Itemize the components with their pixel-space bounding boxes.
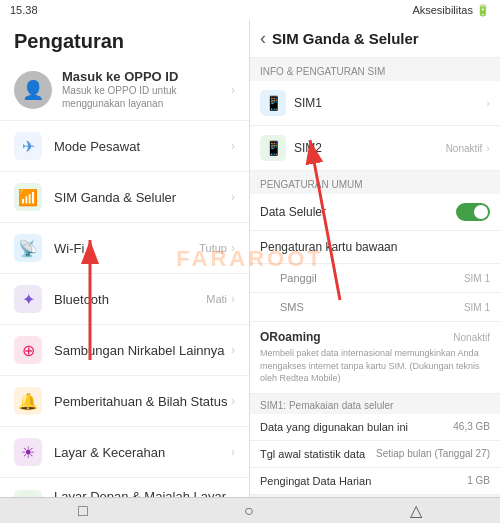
chevron-bluetooth: › xyxy=(231,292,235,306)
sim1-data-header: SIM1: Pemakaian data seluler xyxy=(250,394,500,414)
data-reminder-item[interactable]: Pengingat Data Harian 1 GB xyxy=(250,468,500,495)
panggil-value: SIM 1 xyxy=(464,273,490,284)
chevron-airplane: › xyxy=(231,139,235,153)
status-right: Aksesibilitas 🔋 xyxy=(412,4,490,17)
chevron-connections: › xyxy=(231,343,235,357)
data-month-value: 46,3 GB xyxy=(453,421,490,432)
back-button[interactable]: ‹ xyxy=(260,28,266,49)
wifi-icon: 📡 xyxy=(14,234,42,262)
menu-label-display: Layar & Kecerahan xyxy=(54,445,231,460)
airplane-icon: ✈ xyxy=(14,132,42,160)
settings-title: Pengaturan xyxy=(14,30,235,53)
sim2-label: SIM2 xyxy=(294,141,446,155)
display-icon: ☀ xyxy=(14,438,42,466)
bluetooth-status: Mati xyxy=(206,293,227,305)
data-month-label: Data yang digunakan bulan ini xyxy=(260,421,408,433)
sim1-item[interactable]: 📱 SIM1 › xyxy=(250,81,500,126)
sim-settings-content: Info & Pengaturan SIM 📱 SIM1 › 📱 SIM2 No… xyxy=(250,58,500,497)
data-tgl-value: Setiap bulan (Tanggal 27) xyxy=(376,448,490,459)
oroaming-value: Nonaktif xyxy=(453,332,490,343)
info-sim-header: Info & Pengaturan SIM xyxy=(250,58,500,81)
menu-item-airplane[interactable]: ✈ Mode Pesawat › xyxy=(0,121,249,172)
nav-bar: □ ○ △ xyxy=(0,497,500,523)
sim2-icon: 📱 xyxy=(260,135,286,161)
oroaming-item[interactable]: ORoaming Nonaktif Membeli paket data int… xyxy=(250,322,500,394)
data-reminder-label: Pengingat Data Harian xyxy=(260,475,371,487)
status-time: 15.38 xyxy=(10,4,38,16)
menu-label-airplane: Mode Pesawat xyxy=(54,139,227,154)
sim2-chevron: › xyxy=(486,142,490,154)
kontrol-header: KONTROL JARINGAN DAN PENGHEMATAN DATA xyxy=(250,495,500,497)
profile-title: Masuk ke OPPO ID xyxy=(62,69,231,84)
sms-label: SMS xyxy=(280,301,304,313)
nav-home-button[interactable]: ○ xyxy=(224,502,274,520)
nav-recents-button[interactable]: △ xyxy=(390,501,442,520)
menu-label-notifications: Pemberitahuan & Bilah Status xyxy=(54,394,231,409)
watermark: FARAROOT xyxy=(176,246,323,272)
menu-item-notifications[interactable]: 🔔 Pemberitahuan & Bilah Status › xyxy=(0,376,249,427)
data-seluler-toggle[interactable] xyxy=(456,203,490,221)
menu-item-connections[interactable]: ⊕ Sambungan Nirkabel Lainnya › xyxy=(0,325,249,376)
sim1-icon: 📱 xyxy=(260,90,286,116)
menu-label-bluetooth: Bluetooth xyxy=(54,292,206,307)
menu-item-display[interactable]: ☀ Layar & Kecerahan › xyxy=(0,427,249,478)
menu-item-homescreen[interactable]: ⊞ Layar Depan & Majalah Layar Kunci › xyxy=(0,478,249,497)
menu-list: ✈ Mode Pesawat › 📶 SIM Ganda & Seluler ›… xyxy=(0,121,249,497)
oroaming-desc: Membeli paket data internasional memungk… xyxy=(260,347,490,385)
sim-icon: 📶 xyxy=(14,183,42,211)
profile-section[interactable]: 👤 Masuk ke OPPO ID Masuk ke OPPO ID untu… xyxy=(0,59,249,121)
sim-settings-title: SIM Ganda & Seluler xyxy=(272,30,419,47)
sim2-value: Nonaktif xyxy=(446,143,483,154)
data-seluler-item[interactable]: Data Seluler xyxy=(250,194,500,231)
homescreen-icon: ⊞ xyxy=(14,490,42,497)
pengaturan-um-header: PENGATURAN UMUM xyxy=(250,171,500,194)
sim-settings-header: ‹ SIM Ganda & Seluler xyxy=(250,20,500,58)
notifications-icon: 🔔 xyxy=(14,387,42,415)
chevron-sim: › xyxy=(231,190,235,204)
profile-text: Masuk ke OPPO ID Masuk ke OPPO ID untuk … xyxy=(62,69,231,110)
data-tgl-item[interactable]: Tgl awal statistik data Setiap bulan (Ta… xyxy=(250,441,500,468)
oroaming-label: ORoaming xyxy=(260,330,321,344)
sms-value: SIM 1 xyxy=(464,302,490,313)
data-month-item[interactable]: Data yang digunakan bulan ini 46,3 GB xyxy=(250,414,500,441)
menu-label-sim: SIM Ganda & Seluler xyxy=(54,190,231,205)
menu-item-sim[interactable]: 📶 SIM Ganda & Seluler › xyxy=(0,172,249,223)
data-reminder-value: 1 GB xyxy=(467,475,490,486)
sim1-label: SIM1 xyxy=(294,96,482,110)
sms-item[interactable]: SMS SIM 1 xyxy=(250,293,500,322)
panggil-label: Panggil xyxy=(280,272,317,284)
profile-chevron: › xyxy=(231,83,235,97)
chevron-display: › xyxy=(231,445,235,459)
data-tgl-label: Tgl awal statistik data xyxy=(260,448,365,460)
connections-icon: ⊕ xyxy=(14,336,42,364)
data-seluler-label: Data Seluler xyxy=(260,205,456,219)
menu-label-connections: Sambungan Nirkabel Lainnya xyxy=(54,343,231,358)
avatar: 👤 xyxy=(14,71,52,109)
nav-back-button[interactable]: □ xyxy=(58,502,108,520)
chevron-notifications: › xyxy=(231,394,235,408)
menu-item-bluetooth[interactable]: ✦ Bluetooth Mati › xyxy=(0,274,249,325)
bluetooth-icon: ✦ xyxy=(14,285,42,313)
sim1-chevron: › xyxy=(486,97,490,109)
settings-header: Pengaturan xyxy=(0,20,249,59)
sim2-item[interactable]: 📱 SIM2 Nonaktif › xyxy=(250,126,500,171)
menu-label-homescreen: Layar Depan & Majalah Layar Kunci xyxy=(54,489,231,497)
profile-subtitle: Masuk ke OPPO ID untuk menggunakan layan… xyxy=(62,84,231,110)
